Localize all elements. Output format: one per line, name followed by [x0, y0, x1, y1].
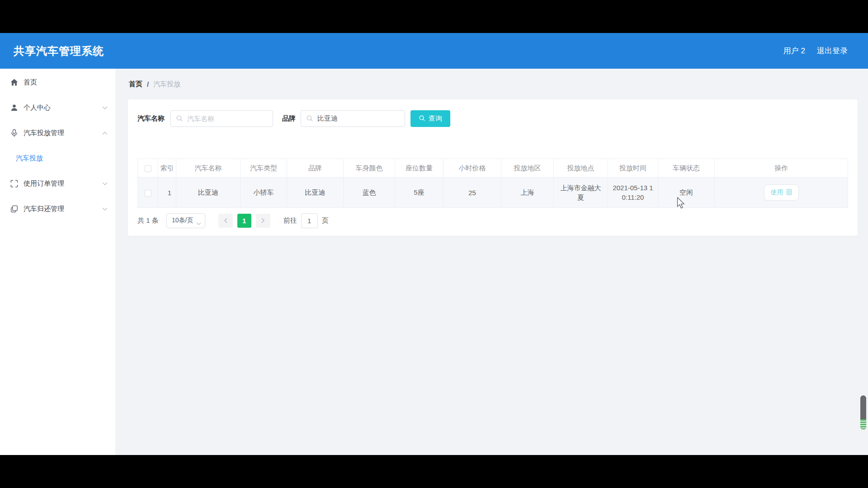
user-icon: [10, 103, 19, 112]
col-header-location: 投放地点: [554, 159, 608, 178]
row-checkbox[interactable]: [145, 190, 151, 197]
sidebar-item-label: 首页: [24, 78, 108, 87]
col-header-car-type: 汽车类型: [241, 159, 287, 178]
main-content: 首页 / 汽车投放 汽车名称 品牌: [115, 69, 868, 455]
cell-status: 空闲: [658, 178, 715, 208]
col-header-deploy-time: 投放时间: [608, 159, 658, 178]
col-header-car-name: 汽车名称: [176, 159, 241, 178]
home-icon: [10, 78, 19, 87]
car-name-label: 汽车名称: [137, 114, 165, 123]
col-header-index: 索引: [158, 159, 176, 178]
cell-location: 上海市金融大夏: [554, 178, 608, 208]
header-right: 用户 2 退出登录: [783, 46, 848, 56]
select-all-checkbox[interactable]: [145, 165, 151, 172]
logout-link[interactable]: 退出登录: [817, 46, 848, 56]
page-unit-label: 页: [322, 216, 329, 225]
use-button[interactable]: 使用: [764, 184, 799, 201]
sidebar-item-label: 使用订单管理: [24, 179, 102, 188]
col-header-seats: 座位数量: [395, 159, 443, 178]
col-header-actions: 操作: [715, 159, 848, 178]
current-page-button[interactable]: 1: [237, 214, 251, 228]
scrollbar-thumb[interactable]: [860, 395, 866, 430]
page-size-select[interactable]: 10条/页: [166, 213, 205, 228]
mic-icon: [10, 129, 19, 137]
cell-select: [138, 178, 158, 208]
cell-deploy-time: 2021-05-13 10:11:20: [608, 178, 658, 208]
sidebar-item-order-mgmt[interactable]: 使用订单管理: [0, 171, 115, 196]
document-icon: [786, 189, 792, 197]
workspace: 首页 个人中心 汽车投放管理: [0, 69, 868, 455]
sidebar-item-label: 汽车归还管理: [24, 205, 102, 213]
search-icon: [419, 115, 425, 123]
sidebar: 首页 个人中心 汽车投放管理: [0, 69, 115, 455]
cell-actions: 使用: [715, 178, 848, 208]
pagination-total: 共 1 条: [137, 216, 159, 225]
sidebar-item-car-return-mgmt[interactable]: 汽车归还管理: [0, 196, 115, 221]
sidebar-item-home[interactable]: 首页: [0, 70, 115, 95]
chevron-right-icon: [261, 218, 265, 223]
screen: 共享汽车管理系统 用户 2 退出登录 首页 个人中: [0, 0, 868, 488]
sidebar-subitem-label: 汽车投放: [16, 154, 43, 163]
col-header-status: 车辆状态: [658, 159, 715, 178]
filter-bar: 汽车名称 品牌: [137, 110, 848, 127]
chevron-down-icon: [102, 103, 108, 112]
col-header-region: 投放地区: [501, 159, 554, 178]
copy-icon: [10, 205, 19, 213]
table-row: 1 比亚迪 小轿车 比亚迪 蓝色 5座 25 上海 上海市金融大夏 2021: [138, 178, 848, 208]
header-select-all: [138, 159, 158, 178]
cell-index: 1: [158, 178, 176, 208]
search-icon: [176, 115, 183, 124]
letterbox-bottom: [0, 455, 868, 488]
content-card: 汽车名称 品牌: [128, 99, 858, 236]
breadcrumb-current: 汽车投放: [153, 80, 180, 89]
brand-label: 品牌: [282, 114, 296, 123]
prev-page-button[interactable]: [218, 214, 233, 228]
cell-seats: 5座: [395, 178, 443, 208]
scan-icon: [10, 179, 19, 188]
table-header-row: 索引 汽车名称 汽车类型 品牌 车身颜色 座位数量 小时价格 投放地区 投放地点: [138, 159, 848, 178]
sidebar-item-profile[interactable]: 个人中心: [0, 95, 115, 120]
cell-hourly-price: 25: [443, 178, 501, 208]
chevron-up-icon: [102, 129, 108, 137]
page-size-value: 10条/页: [172, 216, 193, 225]
cell-car-name: 比亚迪: [176, 178, 241, 208]
sidebar-subitem-car-deploy[interactable]: 汽车投放: [0, 145, 115, 171]
breadcrumb-home[interactable]: 首页: [129, 80, 142, 89]
search-button-label: 查询: [429, 114, 442, 123]
cell-brand: 比亚迪: [287, 178, 344, 208]
breadcrumb-separator: /: [147, 80, 149, 88]
pagination: 共 1 条 10条/页 1: [137, 213, 848, 228]
app-header: 共享汽车管理系统 用户 2 退出登录: [0, 33, 868, 69]
sidebar-item-car-deploy-mgmt[interactable]: 汽车投放管理: [0, 120, 115, 145]
chevron-down-icon: [102, 179, 108, 188]
goto-label: 前往: [283, 216, 297, 225]
car-table: 索引 汽车名称 汽车类型 品牌 车身颜色 座位数量 小时价格 投放地区 投放地点: [137, 159, 848, 208]
chevron-left-icon: [224, 218, 227, 223]
car-table-wrap: 索引 汽车名称 汽车类型 品牌 车身颜色 座位数量 小时价格 投放地区 投放地点: [137, 159, 848, 208]
goto-page-input[interactable]: [301, 213, 318, 228]
col-header-hourly-price: 小时价格: [443, 159, 501, 178]
chevron-down-icon: [196, 220, 201, 227]
use-button-label: 使用: [771, 188, 783, 197]
cell-body-color: 蓝色: [344, 178, 395, 208]
brand-field-wrap: [301, 110, 405, 127]
car-name-input[interactable]: [170, 110, 273, 127]
car-name-field-wrap: [170, 110, 273, 127]
chevron-down-icon: [102, 205, 108, 213]
col-header-body-color: 车身颜色: [344, 159, 395, 178]
next-page-button[interactable]: [256, 214, 270, 228]
app-title: 共享汽车管理系统: [14, 44, 104, 58]
brand-input[interactable]: [301, 110, 405, 127]
search-button[interactable]: 查询: [410, 110, 450, 127]
sidebar-item-label: 个人中心: [24, 103, 102, 112]
col-header-brand: 品牌: [287, 159, 344, 178]
app-window: 共享汽车管理系统 用户 2 退出登录 首页 个人中: [0, 33, 868, 455]
cell-car-type: 小轿车: [241, 178, 287, 208]
cell-region: 上海: [501, 178, 554, 208]
letterbox-top: [0, 0, 868, 33]
sidebar-item-label: 汽车投放管理: [24, 129, 102, 137]
current-user-menu[interactable]: 用户 2: [783, 46, 805, 56]
scrollbar-stripes: [860, 419, 866, 430]
breadcrumb: 首页 / 汽车投放: [115, 69, 868, 99]
search-icon: [306, 115, 313, 124]
